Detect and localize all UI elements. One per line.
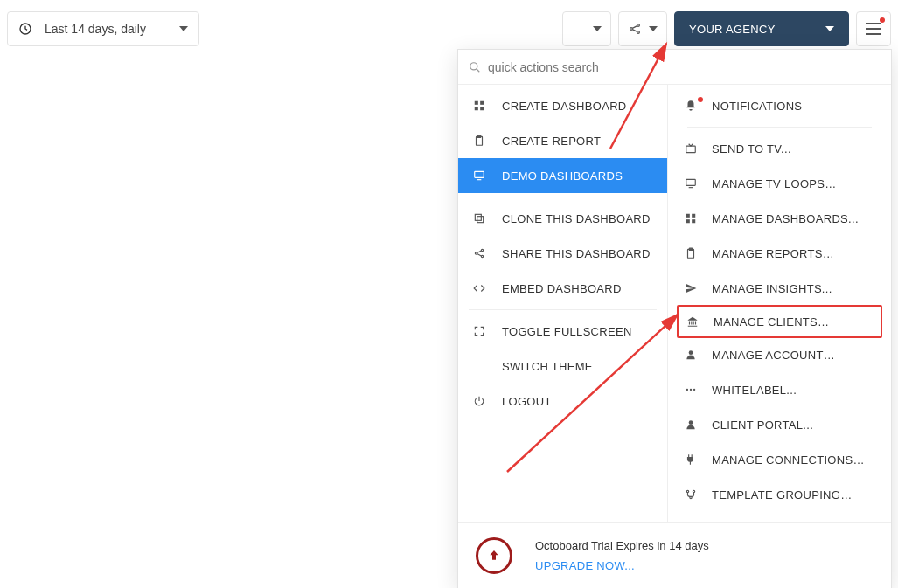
menu-item-template-grouping[interactable]: TEMPLATE GROUPING… [677, 477, 882, 512]
svg-point-28 [693, 389, 695, 391]
menu-item-label: SHARE THIS DASHBOARD [502, 247, 651, 260]
menu-item-manage-connections[interactable]: MANAGE CONNECTIONS… [677, 442, 882, 477]
menu-item-manage-clients[interactable]: MANAGE CLIENTS… [677, 305, 882, 338]
svg-rect-18 [686, 179, 696, 185]
main-menu-panel: CREATE DASHBOARDCREATE REPORTDEMO DASHBO… [457, 49, 892, 588]
bank-icon [684, 315, 701, 328]
tv-icon [682, 142, 700, 155]
upgrade-circle-icon [476, 537, 512, 574]
upgrade-now-link[interactable]: UPGRADE NOW... [535, 559, 709, 572]
svg-point-15 [481, 249, 483, 251]
menu-separator [469, 309, 657, 310]
svg-rect-11 [475, 171, 484, 177]
menu-right-column: NOTIFICATIONSSEND TO TV...MANAGE TV LOOP… [668, 85, 891, 522]
share-picker-button[interactable] [618, 11, 667, 46]
menu-item-manage-reports[interactable]: MANAGE REPORTS… [677, 236, 882, 271]
svg-point-2 [637, 24, 640, 27]
bell-icon [682, 100, 700, 112]
search-icon [469, 61, 481, 73]
svg-point-31 [693, 490, 694, 492]
hamburger-menu-button[interactable] [856, 11, 891, 46]
caret-down-icon [649, 26, 658, 31]
menu-item-label: EMBED DASHBOARD [502, 282, 622, 295]
plug-icon [682, 453, 700, 466]
menu-item-demo-dashboards[interactable]: DEMO DASHBOARDS [458, 158, 667, 193]
menu-item-logout[interactable]: LOGOUT [458, 384, 667, 419]
menu-item-switch-theme[interactable]: SWITCH THEME [458, 349, 667, 384]
menu-item-label: SWITCH THEME [502, 360, 593, 373]
menu-item-label: WHITELABEL... [712, 384, 797, 397]
svg-rect-12 [477, 217, 484, 223]
svg-rect-21 [686, 219, 690, 223]
user-icon [682, 349, 700, 361]
date-range-button[interactable]: Last 14 days, daily [7, 11, 199, 46]
menu-item-embed-dashboard[interactable]: EMBED DASHBOARD [458, 271, 667, 306]
menu-item-label: NOTIFICATIONS [712, 100, 802, 113]
grid-icon [470, 100, 488, 112]
menu-item-notifications[interactable]: NOTIFICATIONS [677, 88, 882, 123]
quick-actions-search-input[interactable] [488, 60, 881, 74]
menu-item-label: DEMO DASHBOARDS [502, 169, 623, 183]
svg-point-29 [689, 420, 693, 425]
svg-rect-6 [480, 101, 484, 105]
menu-item-whitelabel[interactable]: WHITELABEL... [677, 372, 882, 407]
svg-rect-20 [692, 214, 695, 218]
svg-rect-13 [475, 214, 481, 220]
svg-rect-17 [686, 146, 696, 153]
svg-rect-24 [689, 248, 693, 250]
menu-item-label: CREATE DASHBOARD [502, 100, 627, 113]
theme-icon [470, 360, 488, 372]
fullscreen-icon [470, 325, 488, 337]
menu-item-toggle-fullscreen[interactable]: TOGGLE FULLSCREEN [458, 314, 667, 349]
menu-item-label: MANAGE DASHBOARDS... [712, 212, 859, 225]
svg-point-30 [686, 490, 688, 492]
menu-footer: Octoboard Trial Expires in 14 days UPGRA… [458, 522, 891, 588]
menu-item-share-this-dashboard[interactable]: SHARE THIS DASHBOARD [458, 236, 667, 271]
share-icon [628, 22, 642, 36]
menu-item-create-dashboard[interactable]: CREATE DASHBOARD [458, 88, 667, 123]
menu-icon [866, 23, 881, 35]
menu-item-label: MANAGE CONNECTIONS… [712, 453, 865, 467]
grid-icon [682, 212, 700, 225]
menu-item-label: CLIENT PORTAL... [712, 419, 813, 432]
agency-label: YOUR AGENCY [689, 23, 776, 36]
menu-item-manage-insights[interactable]: MANAGE INSIGHTS... [677, 271, 882, 306]
menu-item-manage-dashboards[interactable]: MANAGE DASHBOARDS... [677, 201, 882, 236]
copy-icon [470, 212, 488, 225]
quick-actions-search-row [458, 50, 891, 85]
menu-item-label: MANAGE CLIENTS… [714, 315, 829, 329]
menu-item-label: MANAGE INSIGHTS... [712, 282, 832, 295]
notification-dot-icon [698, 97, 703, 102]
menu-item-create-report[interactable]: CREATE REPORT [458, 123, 667, 158]
svg-point-16 [481, 255, 483, 257]
menu-item-send-to-tv[interactable]: SEND TO TV... [677, 131, 882, 166]
menu-separator [687, 127, 872, 128]
svg-point-27 [690, 389, 692, 391]
theme-picker-button[interactable] [562, 11, 611, 46]
notification-dot-icon [880, 17, 885, 23]
menu-item-client-portal[interactable]: CLIENT PORTAL... [677, 407, 882, 442]
svg-rect-10 [477, 135, 481, 137]
svg-point-3 [637, 31, 640, 34]
caret-down-icon [179, 26, 188, 31]
menu-left-column: CREATE DASHBOARDCREATE REPORTDEMO DASHBO… [458, 85, 668, 522]
agency-dropdown-button[interactable]: YOUR AGENCY [674, 11, 849, 46]
menu-item-manage-tv-loops[interactable]: MANAGE TV LOOPS… [677, 166, 882, 201]
power-icon [470, 395, 488, 407]
theme-icon [572, 22, 586, 36]
user-icon [682, 419, 700, 431]
menu-item-clone-this-dashboard[interactable]: CLONE THIS DASHBOARD [458, 201, 667, 236]
menu-item-label: TOGGLE FULLSCREEN [502, 325, 632, 338]
svg-rect-5 [475, 101, 478, 105]
svg-point-25 [689, 350, 693, 355]
code-icon [470, 282, 488, 294]
svg-rect-22 [692, 219, 695, 223]
svg-rect-19 [686, 214, 690, 218]
menu-item-label: CLONE THIS DASHBOARD [502, 212, 651, 225]
menu-item-label: CREATE REPORT [502, 135, 601, 148]
menu-item-label: MANAGE REPORTS… [712, 247, 834, 260]
menu-separator [469, 197, 657, 197]
menu-item-manage-account[interactable]: MANAGE ACCOUNT… [677, 337, 882, 372]
svg-point-4 [470, 62, 477, 69]
share-icon [470, 247, 488, 259]
